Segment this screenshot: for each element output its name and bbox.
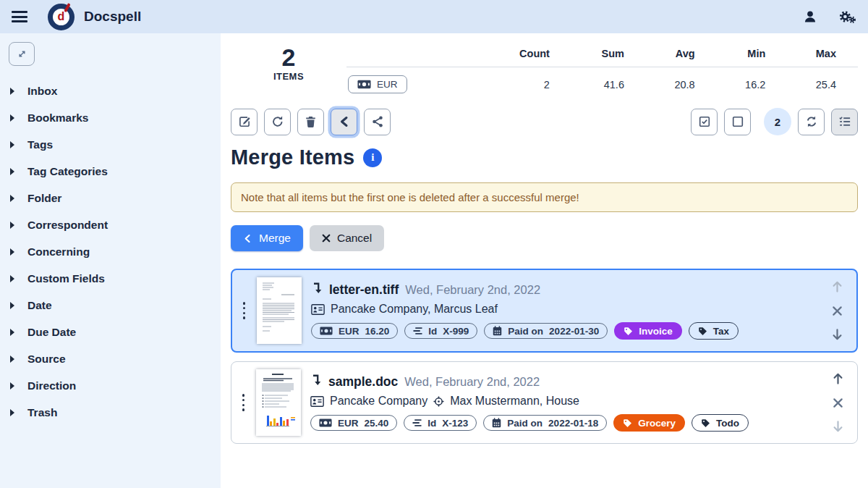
move-down-button[interactable] bbox=[831, 328, 843, 342]
info-icon[interactable]: i bbox=[363, 148, 382, 167]
merge-item-card[interactable]: letter-en.tiff Wed, February 2nd, 2022 P… bbox=[231, 269, 858, 353]
sidebar-item-due-date[interactable]: Due Date bbox=[0, 319, 221, 345]
delete-button[interactable] bbox=[297, 109, 324, 135]
main-content: 2 ITEMS Count Sum Avg Min Max bbox=[221, 33, 868, 488]
select-all-button[interactable] bbox=[691, 109, 718, 135]
item-toolbar: 2 bbox=[231, 108, 858, 135]
sidebar-item-source[interactable]: Source bbox=[0, 345, 221, 372]
close-icon bbox=[832, 306, 843, 316]
stats-value-min: 16.2 bbox=[717, 67, 788, 94]
tag-badge[interactable]: Grocery bbox=[613, 414, 685, 432]
chevron-left-icon bbox=[339, 116, 350, 127]
list-settings-icon bbox=[838, 116, 851, 127]
share-button[interactable] bbox=[364, 109, 391, 135]
docspell-logo[interactable]: d bbox=[48, 4, 75, 30]
sidebar-item-concerning[interactable]: Concerning bbox=[0, 238, 221, 265]
sidebar-item-date[interactable]: Date bbox=[0, 292, 221, 319]
collapse-sidebar-button[interactable] bbox=[9, 42, 35, 66]
address-card-icon bbox=[311, 304, 325, 315]
sidebar-item-tag-categories[interactable]: Tag Categories bbox=[0, 158, 221, 185]
edit-button[interactable] bbox=[231, 109, 258, 135]
merge-item-card[interactable]: sample.doc Wed, February 2nd, 2022 Panca… bbox=[231, 361, 858, 444]
currency-column-header bbox=[346, 45, 484, 67]
level-down-icon bbox=[311, 282, 323, 294]
caret-right-icon bbox=[10, 356, 14, 363]
arrow-down-icon bbox=[832, 420, 844, 434]
square-icon bbox=[731, 115, 744, 128]
drag-handle-icon[interactable] bbox=[241, 277, 247, 344]
merge-button[interactable] bbox=[331, 109, 357, 135]
money-bill-icon bbox=[319, 418, 332, 427]
view-menu-button[interactable] bbox=[831, 109, 858, 135]
redo-icon bbox=[271, 115, 284, 128]
logo-letter: d bbox=[58, 11, 65, 22]
move-down-button[interactable] bbox=[832, 420, 844, 434]
stats-value-count: 2 bbox=[484, 67, 571, 94]
tag-badge[interactable]: Tax bbox=[689, 322, 739, 340]
move-up-button[interactable] bbox=[831, 279, 843, 293]
stats-summary: 2 ITEMS Count Sum Avg Min Max bbox=[231, 43, 858, 93]
caret-right-icon bbox=[10, 275, 14, 282]
document-thumbnail bbox=[256, 369, 301, 436]
arrow-up-icon bbox=[832, 371, 844, 385]
sidebar-item-custom-fields[interactable]: Custom Fields bbox=[0, 265, 221, 292]
reprocess-button[interactable] bbox=[264, 109, 291, 135]
deselect-all-button[interactable] bbox=[724, 109, 751, 135]
stream-icon bbox=[412, 418, 422, 427]
item-count-block: 2 ITEMS bbox=[231, 43, 346, 82]
confirm-merge-button[interactable]: Merge bbox=[231, 225, 303, 251]
user-icon[interactable] bbox=[803, 9, 817, 24]
caret-right-icon bbox=[10, 302, 14, 309]
tag-badge[interactable]: Invoice bbox=[614, 322, 682, 340]
drag-handle-icon[interactable] bbox=[240, 369, 247, 436]
check-square-icon bbox=[698, 115, 711, 128]
item-correspondent: Pancake Company, Marcus Leaf bbox=[331, 303, 498, 316]
edit-icon bbox=[238, 115, 251, 128]
sidebar-item-inbox[interactable]: Inbox bbox=[0, 77, 221, 104]
logo-slash bbox=[64, 2, 70, 12]
item-correspondent: Pancake Company bbox=[330, 395, 427, 408]
tag-badge[interactable]: Todo bbox=[692, 414, 749, 432]
tag-icon bbox=[623, 418, 632, 428]
stream-icon bbox=[413, 327, 422, 335]
arrow-up-icon bbox=[831, 279, 843, 293]
caret-right-icon bbox=[10, 248, 14, 256]
menu-icon[interactable] bbox=[12, 11, 27, 22]
item-count-label: ITEMS bbox=[231, 71, 346, 82]
sidebar-item-correspondent[interactable]: Correspondent bbox=[0, 211, 221, 238]
address-card-icon bbox=[310, 396, 324, 407]
close-icon bbox=[833, 397, 843, 408]
money-bill-icon bbox=[320, 327, 333, 335]
merge-warning-note: Note that all items but the first one is… bbox=[231, 182, 858, 212]
cancel-button[interactable]: Cancel bbox=[310, 225, 384, 251]
caret-right-icon bbox=[10, 195, 14, 202]
app-title: Docspell bbox=[84, 9, 141, 25]
tag-icon bbox=[701, 418, 710, 428]
document-thumbnail bbox=[257, 277, 302, 344]
stats-value-avg: 20.8 bbox=[646, 67, 717, 94]
sidebar-item-direction[interactable]: Direction bbox=[0, 372, 221, 399]
page-title-row: Merge Items i bbox=[231, 146, 858, 169]
arrow-down-icon bbox=[831, 328, 843, 342]
item-name[interactable]: letter-en.tiff bbox=[329, 282, 399, 298]
stats-header-count: Count bbox=[484, 45, 571, 67]
currency-badge: EUR bbox=[348, 75, 407, 93]
tag-icon bbox=[624, 327, 633, 336]
item-count-value: 2 bbox=[231, 45, 346, 71]
calendar-icon bbox=[492, 418, 501, 428]
move-up-button[interactable] bbox=[832, 371, 844, 385]
sidebar-item-tags[interactable]: Tags bbox=[0, 131, 221, 158]
id-badge: Id X-123 bbox=[404, 415, 477, 431]
sidebar-item-bookmarks[interactable]: Bookmarks bbox=[0, 104, 221, 131]
remove-item-button[interactable] bbox=[832, 306, 843, 316]
sidebar-item-folder[interactable]: Folder bbox=[0, 185, 221, 211]
caret-right-icon bbox=[10, 114, 14, 122]
gear-icon[interactable] bbox=[838, 9, 856, 25]
refresh-button[interactable] bbox=[798, 109, 825, 135]
item-date: Wed, February 2nd, 2022 bbox=[405, 283, 540, 297]
remove-item-button[interactable] bbox=[833, 397, 843, 408]
sidebar-item-trash[interactable]: Trash bbox=[0, 399, 221, 426]
level-down-icon bbox=[310, 374, 322, 386]
caret-right-icon bbox=[10, 88, 14, 95]
item-name[interactable]: sample.doc bbox=[328, 374, 398, 390]
